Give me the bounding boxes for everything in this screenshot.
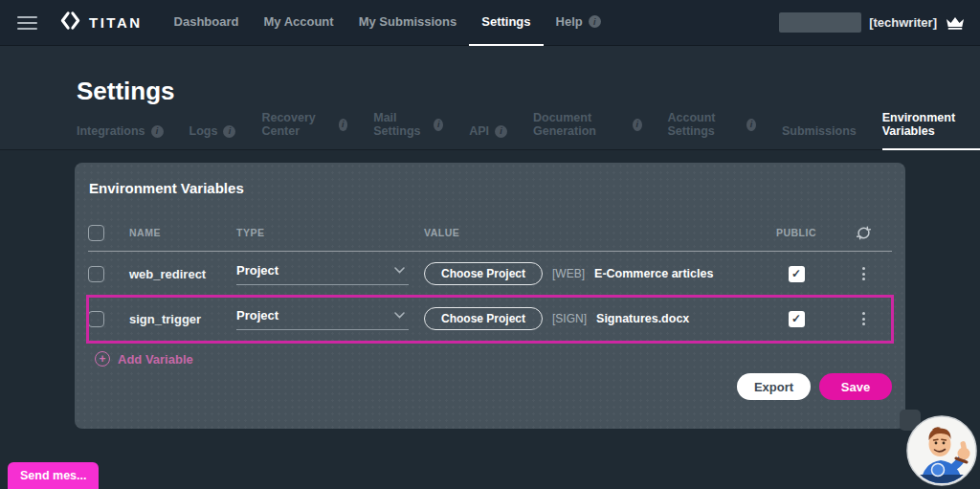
brand-diamond-icon: [59, 10, 81, 35]
tab-logs[interactable]: Logsi: [189, 124, 236, 150]
send-message-button[interactable]: Send mes...: [8, 462, 99, 489]
nav-item-dashboard[interactable]: Dashboard: [162, 0, 252, 46]
tab-environment-variables[interactable]: Environment Variables: [882, 111, 980, 150]
info-badge-icon: i: [339, 119, 348, 131]
row-actions-kebab-icon[interactable]: [862, 312, 865, 325]
panel-actions: Export Save: [737, 373, 892, 400]
row-checkbox[interactable]: [88, 311, 104, 327]
tab-account-settings[interactable]: Account Settingsi: [668, 111, 756, 150]
column-header-type: TYPE: [236, 227, 424, 238]
public-checkbox[interactable]: ✓: [789, 311, 805, 327]
public-checkbox[interactable]: ✓: [789, 266, 805, 282]
type-dropdown[interactable]: Project: [236, 263, 409, 285]
chevron-down-icon: [394, 267, 405, 274]
table-header-row: NAME TYPE VALUE PUBLIC: [88, 214, 892, 252]
select-all-checkbox[interactable]: [88, 225, 104, 241]
page-title: Settings: [77, 77, 175, 106]
type-dropdown[interactable]: Project: [236, 308, 409, 330]
choose-project-button[interactable]: Choose Project: [424, 307, 543, 330]
value-tag: [SIGN]: [552, 312, 587, 325]
tab-recovery-center[interactable]: Recovery Centeri: [261, 111, 347, 150]
username-redacted: [779, 12, 861, 33]
variable-name: sign_trigger: [129, 312, 236, 326]
nav-item-settings[interactable]: Settings: [469, 0, 543, 46]
add-variable-link[interactable]: + Add Variable: [95, 351, 193, 367]
crown-icon[interactable]: [946, 16, 965, 30]
nav-item-my-submissions[interactable]: My Submissions: [346, 0, 470, 46]
info-badge-icon: i: [151, 125, 164, 138]
tab-submissions[interactable]: Submissions: [782, 124, 857, 150]
table-row-highlighted: sign_trigger Project Choose Project [SIG…: [88, 297, 892, 342]
value-cell: Choose Project [WEB] E-Commerce articles: [424, 262, 758, 285]
export-button[interactable]: Export: [737, 373, 811, 400]
info-badge-icon: i: [434, 119, 443, 131]
main-navigation: Dashboard My Account My Submissions Sett…: [162, 0, 613, 46]
environment-variables-panel: Environment Variables NAME TYPE VALUE PU…: [75, 163, 905, 429]
row-checkbox[interactable]: [88, 266, 104, 282]
mascot-avatar[interactable]: [906, 415, 977, 486]
refresh-icon[interactable]: [835, 225, 892, 241]
value-text: Signatures.docx: [596, 312, 689, 325]
value-tag: [WEB]: [552, 267, 585, 280]
table-row: web_redirect Project Choose Project [WEB…: [88, 252, 892, 297]
chevron-down-icon: [394, 312, 405, 319]
column-header-value: VALUE: [424, 227, 758, 238]
choose-project-button[interactable]: Choose Project: [424, 262, 543, 285]
plus-icon: +: [95, 351, 110, 367]
tab-document-generation[interactable]: Document Generationi: [533, 111, 642, 150]
variables-table: NAME TYPE VALUE PUBLIC web_redirect Proj…: [88, 214, 892, 342]
value-cell: Choose Project [SIGN] Signatures.docx: [424, 307, 758, 330]
info-badge-icon: i: [223, 125, 235, 138]
row-actions-kebab-icon[interactable]: [862, 267, 865, 280]
panel-title: Environment Variables: [89, 180, 905, 196]
info-badge-icon: i: [633, 119, 642, 131]
nav-item-my-account[interactable]: My Account: [251, 0, 345, 46]
page-header: Settings Integrationsi Logsi Recovery Ce…: [0, 46, 980, 150]
value-text: E-Commerce articles: [594, 267, 713, 280]
menu-icon[interactable]: [17, 16, 37, 30]
top-navbar: TITAN Dashboard My Account My Submission…: [0, 0, 980, 46]
column-header-name: NAME: [129, 227, 236, 238]
brand-name: TITAN: [89, 14, 143, 31]
tab-api[interactable]: APIi: [469, 124, 507, 150]
user-role-label: [techwriter]: [869, 15, 937, 30]
brand-logo[interactable]: TITAN: [59, 10, 143, 35]
info-badge-icon: i: [746, 119, 756, 131]
variable-name: web_redirect: [129, 267, 236, 281]
save-button[interactable]: Save: [819, 373, 892, 400]
tab-mail-settings[interactable]: Mail Settingsi: [373, 111, 443, 150]
help-info-badge: i: [589, 15, 601, 28]
nav-item-help[interactable]: Help i: [544, 0, 613, 46]
info-badge-icon: i: [495, 125, 507, 138]
settings-tab-bar: Integrationsi Logsi Recovery Centeri Mai…: [77, 111, 980, 150]
column-header-public: PUBLIC: [758, 227, 835, 238]
tab-integrations[interactable]: Integrationsi: [77, 124, 164, 150]
add-variable-label: Add Variable: [118, 352, 193, 367]
